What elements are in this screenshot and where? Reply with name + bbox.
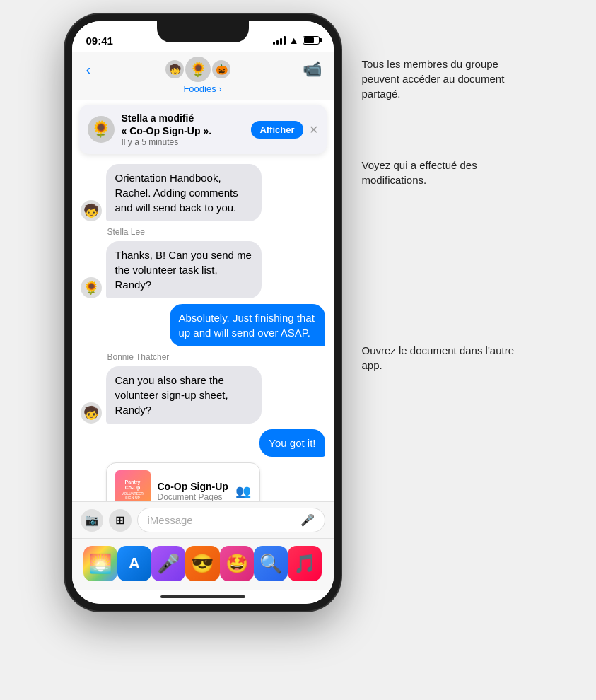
dock-music-app[interactable]: 🎵 <box>288 546 322 581</box>
phone-frame: 09:41 ▲ ‹ 🧒 🌻 <box>65 14 341 611</box>
bubble-msg4: Can you also share the volunteer sign-up… <box>106 366 262 424</box>
nav-header: ‹ 🧒 🌻 🎃 📹 Foodies › <box>72 52 334 100</box>
notif-actions: Afficher ✕ <box>251 121 317 139</box>
avatar-msg1: 🧒 <box>81 200 102 221</box>
annotation-1-text: Tous les membres du groupe peuvent accéd… <box>362 57 532 101</box>
apps-button[interactable]: ⊞ <box>109 509 132 532</box>
close-notification-button[interactable]: ✕ <box>309 123 318 136</box>
doc-title: Co-Op Sign-Up <box>158 481 228 492</box>
sender-name-msg2: Stella Lee <box>107 227 325 237</box>
dock-memoji1-app[interactable]: 😎 <box>185 546 219 581</box>
doc-info: Co-Op Sign-Up Document Pages <box>158 481 228 501</box>
bubble-msg3: Absolutely. Just finishing that up and w… <box>170 304 325 346</box>
doc-type: Document Pages <box>158 492 228 501</box>
annotation-3: Ouvrez le document dans l'autre app. <box>362 343 532 373</box>
afficher-button[interactable]: Afficher <box>251 121 303 139</box>
annotation-2-text: Voyez qui a effectué des modifications. <box>362 158 532 187</box>
avatar-msg2: 🌻 <box>81 277 102 298</box>
dock-appstore-app[interactable]: A <box>117 546 151 581</box>
sender-name-msg4: Bonnie Thatcher <box>107 352 325 362</box>
microphone-icon[interactable]: 🎤 <box>300 513 315 527</box>
home-indicator <box>160 595 245 598</box>
annotation-3-text: Ouvrez le document dans l'autre app. <box>362 343 532 373</box>
annotation-1: Tous les membres du groupe peuvent accéd… <box>362 57 532 101</box>
app-dock: 🌅 A 🎤 😎 🤩 🔍 🎵 <box>72 538 334 590</box>
bubble-msg5: You got it! <box>259 429 325 457</box>
avatar-1: 🧒 <box>165 60 184 78</box>
message-row: 🌻 Thanks, B! Can you send me the volunte… <box>81 241 325 298</box>
battery-icon <box>303 36 320 45</box>
home-bar <box>72 590 334 604</box>
wifi-icon: ▲ <box>289 35 299 46</box>
page-wrapper: 09:41 ▲ ‹ 🧒 🌻 <box>65 14 532 611</box>
avatar-2: 🌻 <box>185 57 211 82</box>
avatar-3: 🎃 <box>212 60 230 78</box>
dock-photos-app[interactable]: 🌅 <box>83 546 117 581</box>
group-avatars[interactable]: 🧒 🌻 🎃 <box>165 57 230 82</box>
message-row-doc: 🌻 PantryCo-Op VOLUNTEERSIGN-UPFORM Co-Op… <box>81 462 325 501</box>
group-name[interactable]: Foodies › <box>83 83 322 94</box>
video-call-button[interactable]: 📹 <box>303 60 322 78</box>
input-placeholder: iMessage <box>148 514 193 526</box>
message-row: 🧒 Can you also share the volunteer sign-… <box>81 366 325 424</box>
status-time: 09:41 <box>86 35 113 47</box>
annotation-2: Voyez qui a effectué des modifications. <box>362 158 532 187</box>
input-area: 📷 ⊞ iMessage 🎤 <box>72 501 334 538</box>
annotations-panel: Tous les membres du groupe peuvent accéd… <box>362 14 532 373</box>
message-input[interactable]: iMessage 🎤 <box>137 508 325 532</box>
signal-bars-icon <box>273 36 286 45</box>
camera-button[interactable]: 📷 <box>81 509 103 532</box>
notif-avatar: 🌻 <box>88 116 115 143</box>
doc-thumb-title1: PantryCo-Op <box>125 479 141 491</box>
doc-thumb-sub: VOLUNTEERSIGN-UPFORM <box>122 491 144 501</box>
notif-content: Stella a modifié« Co-Op Sign-Up ». Il y … <box>122 112 245 147</box>
avatar-msg4: 🧒 <box>81 402 102 424</box>
dock-search-app[interactable]: 🔍 <box>254 546 288 581</box>
doc-thumbnail: PantryCo-Op VOLUNTEERSIGN-UPFORM <box>115 470 151 501</box>
message-row: You got it! <box>81 429 325 457</box>
dock-sound-app[interactable]: 🎤 <box>151 546 185 581</box>
bubble-msg2: Thanks, B! Can you send me the volunteer… <box>106 241 262 298</box>
message-row: Absolutely. Just finishing that up and w… <box>81 304 325 346</box>
dock-memoji2-app[interactable]: 🤩 <box>220 546 254 581</box>
share-doc-icon[interactable]: 👥 <box>235 484 251 499</box>
notif-time: Il y a 5 minutes <box>122 137 245 147</box>
bubble-msg1: Orientation Handbook, Rachel. Adding com… <box>106 164 262 221</box>
back-button[interactable]: ‹ <box>83 59 94 81</box>
status-icons: ▲ <box>273 35 320 46</box>
notch <box>157 21 249 42</box>
notification-banner: 🌻 Stella a modifié« Co-Op Sign-Up ». Il … <box>79 105 327 154</box>
message-row: 🧒 Orientation Handbook, Rachel. Adding c… <box>81 164 325 221</box>
doc-attachment[interactable]: PantryCo-Op VOLUNTEERSIGN-UPFORM Co-Op S… <box>106 462 260 501</box>
screen: 09:41 ▲ ‹ 🧒 🌻 <box>72 21 334 604</box>
messages-area: 🧒 Orientation Handbook, Rachel. Adding c… <box>72 158 334 501</box>
notif-title: Stella a modifié« Co-Op Sign-Up ». <box>122 112 245 137</box>
